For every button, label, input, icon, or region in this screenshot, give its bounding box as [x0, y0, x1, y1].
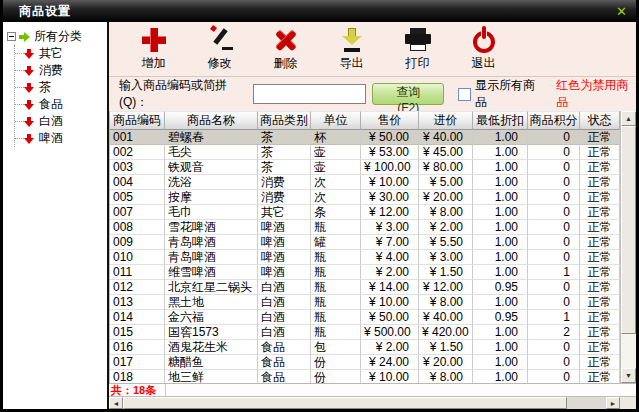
 [24, 121, 34, 127]
horizontal-scroll-thumb[interactable] [123, 397, 567, 409]
disabled-products-note: 红色为禁用商品 [556, 77, 636, 111]
query-button[interactable]: 查询(F2) [372, 83, 444, 105]
table-cell: 洗浴 [165, 175, 258, 190]
table-cell: ¥ 12.00 [361, 205, 419, 220]
table-cell: 0 [528, 220, 580, 235]
table-cell: 啤酒 [258, 235, 311, 250]
table-row[interactable]: 017糖醋鱼食品份¥ 24.00¥ 20.001.000正常 [110, 355, 620, 370]
table-row[interactable]: 004洗浴消费次¥ 10.00¥ 5.001.000正常 [110, 175, 620, 190]
scroll-down-icon[interactable]: ▼ [621, 368, 636, 383]
toolbar-button-退出[interactable]: 退出 [453, 26, 514, 74]
toolbar-button-增加[interactable]: 增加 [123, 26, 184, 74]
toolbar-button-打印[interactable]: 打印 [387, 26, 448, 74]
show-all-label[interactable]: 显示所有商品 [475, 77, 543, 111]
table-cell: ¥ 10.00 [361, 175, 419, 190]
toolbar-button-删除[interactable]: 删除 [255, 26, 316, 74]
table-cell: ¥ 14.00 [361, 280, 419, 295]
table-cell: 正常 [580, 160, 620, 175]
table-header-row: 商品编码商品名称商品类别单位售价进价最低折扣商品积分状态 [110, 111, 620, 130]
sidebar-item-白酒[interactable]: 白酒 [15, 113, 105, 130]
table-row[interactable]: 002毛尖茶壶¥ 53.00¥ 45.001.000正常 [110, 145, 620, 160]
table-cell: 1.00 [473, 130, 528, 145]
table-cell: 瓶 [311, 265, 361, 280]
window-title: 商品设置 [3, 3, 71, 20]
table-cell: 酒鬼花生米 [165, 340, 258, 355]
sidebar-item-食品[interactable]: 食品 [15, 96, 105, 113]
column-header[interactable]: 商品名称 [165, 111, 258, 130]
table-row[interactable]: 014金六福白酒瓶¥ 50.00¥ 40.000.951正常 [110, 310, 620, 325]
search-input[interactable] [253, 84, 366, 104]
table-row[interactable]: 013黑土地白酒瓶¥ 10.00¥ 8.001.000正常 [110, 295, 620, 310]
table-cell: 1.00 [473, 370, 528, 383]
table-row[interactable]: 003铁观音茶壶¥ 100.00¥ 80.001.000正常 [110, 160, 620, 175]
table-row[interactable]: 001碧螺春茶杯¥ 50.00¥ 40.001.000正常 [110, 130, 620, 145]
table-cell: 010 [110, 250, 165, 265]
vertical-scroll-track[interactable] [621, 126, 636, 368]
table-row[interactable]: 012北京红星二锅头白酒瓶¥ 14.00¥ 12.000.950正常 [110, 280, 620, 295]
sidebar-item-茶[interactable]: 茶 [15, 79, 105, 96]
table-footer: 共：18条 [109, 383, 636, 396]
table-cell: 001 [110, 130, 165, 145]
scroll-left-icon[interactable]: ◄ [109, 397, 123, 409]
table-row[interactable]: 005按摩消费次¥ 30.00¥ 20.001.000正常 [110, 190, 620, 205]
sidebar-item-啤酒[interactable]: 啤酒 [15, 130, 105, 147]
toolbar-button-修改[interactable]: 修改 [189, 26, 250, 74]
table-cell: 金六福 [165, 310, 258, 325]
table-cell: ¥ 20.00 [419, 190, 473, 205]
sidebar-item-其它[interactable]: 其它 [15, 45, 105, 62]
table-cell: 014 [110, 310, 165, 325]
scroll-right-icon[interactable]: ► [606, 397, 620, 409]
table-cell: 食品 [258, 355, 311, 370]
table-cell: 0.95 [473, 280, 528, 295]
tree-connector [15, 104, 24, 105]
horizontal-scroll-track[interactable] [123, 397, 606, 409]
show-all-checkbox[interactable] [458, 88, 471, 101]
table-row[interactable]: 009青岛啤酒啤酒罐¥ 7.00¥ 5.501.000正常 [110, 235, 620, 250]
column-header[interactable]: 商品积分 [528, 111, 580, 130]
table-cell: 0 [528, 235, 580, 250]
 [410, 44, 426, 51]
tree-root-label: 所有分类 [34, 28, 82, 45]
table-row[interactable]: 016酒鬼花生米食品包¥ 2.00¥ 1.501.000正常 [110, 340, 620, 355]
plus-icon [140, 26, 168, 54]
vertical-scroll-thumb[interactable] [621, 126, 636, 334]
column-header[interactable]: 商品编码 [110, 111, 165, 130]
table-cell: ¥ 1.50 [419, 340, 473, 355]
table-cell: 茶 [258, 145, 311, 160]
column-header[interactable]: 状态 [580, 111, 620, 130]
table-cell: 瓶 [311, 220, 361, 235]
table-row[interactable]: 010青岛啤酒啤酒瓶¥ 4.00¥ 3.001.000正常 [110, 250, 620, 265]
table-cell: 0 [528, 280, 580, 295]
delete-icon [272, 26, 300, 54]
table-cell: 013 [110, 295, 165, 310]
table-cell: 1 [528, 265, 580, 280]
column-header[interactable]: 单位 [311, 111, 361, 130]
table-cell: 罐 [311, 235, 361, 250]
table-row[interactable]: 018地三鲜食品份¥ 10.00¥ 8.001.000正常 [110, 370, 620, 383]
toolbar: 增加修改删除导出打印退出 [109, 22, 636, 77]
table-cell: ¥ 3.00 [419, 250, 473, 265]
toolbar-button-label: 增加 [142, 55, 166, 72]
sidebar-item-消费[interactable]: 消费 [15, 62, 105, 79]
column-header[interactable]: 商品类别 [258, 111, 311, 130]
table-cell: 正常 [580, 310, 620, 325]
column-header[interactable]: 最低折扣 [473, 111, 528, 130]
table-columns: 商品编码商品名称商品类别单位售价进价最低折扣商品积分状态 001碧螺春茶杯¥ 5… [109, 111, 620, 383]
table-row[interactable]: 015国窖1573白酒瓶¥ 500.00¥ 420.001.002正常 [110, 325, 620, 340]
tree-root-all-categories[interactable]: 所有分类 [7, 28, 105, 45]
table-cell: 正常 [580, 235, 620, 250]
table-row[interactable]: 011维雪啤酒啤酒瓶¥ 2.00¥ 1.501.001正常 [110, 265, 620, 280]
toolbar-button-导出[interactable]: 导出 [321, 26, 382, 74]
column-header[interactable]: 售价 [361, 111, 419, 130]
table-row[interactable]: 008雪花啤酒啤酒瓶¥ 3.00¥ 2.001.000正常 [110, 220, 620, 235]
tree-item-label: 食品 [39, 96, 63, 113]
table-cell: 黑土地 [165, 295, 258, 310]
close-icon[interactable]: ✕ [607, 4, 636, 19]
table-cell: ¥ 8.00 [419, 295, 473, 310]
scroll-up-icon[interactable]: ▲ [621, 111, 636, 126]
table-cell: ¥ 8.00 [419, 205, 473, 220]
table-row[interactable]: 007毛巾其它条¥ 12.00¥ 8.001.000正常 [110, 205, 620, 220]
title-bar: 商品设置 ✕ [3, 0, 636, 22]
column-header[interactable]: 进价 [419, 111, 473, 130]
collapse-icon[interactable] [7, 32, 16, 41]
